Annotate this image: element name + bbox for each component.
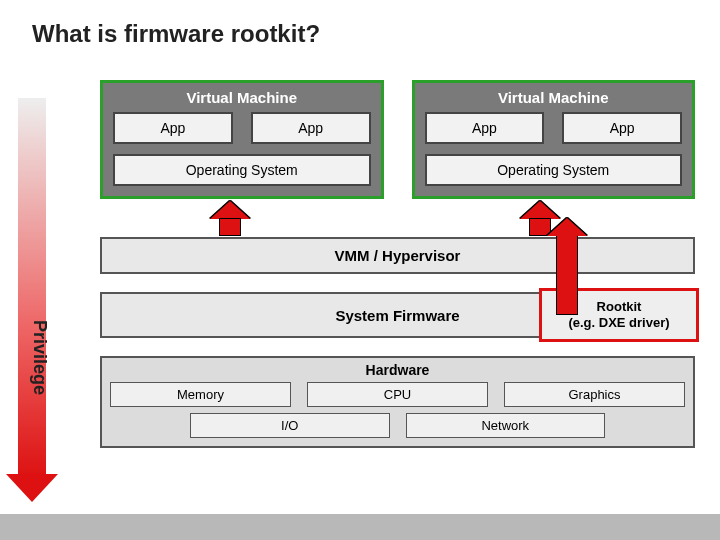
vm-heading: Virtual Machine — [425, 89, 683, 106]
hardware-heading: Hardware — [110, 362, 685, 378]
app-box: App — [113, 112, 233, 144]
hardware-row-2: I/O Network — [110, 413, 685, 438]
app-box: App — [562, 112, 682, 144]
rootkit-arrow-head-icon — [547, 218, 587, 236]
rootkit-arrow-body — [556, 235, 578, 315]
firmware-label: System Firmware — [335, 307, 459, 324]
vm-heading: Virtual Machine — [113, 89, 371, 106]
os-box: Operating System — [113, 154, 371, 186]
arrow-up-icon — [520, 201, 560, 219]
os-box: Operating System — [425, 154, 683, 186]
hw-graphics: Graphics — [504, 382, 685, 407]
hardware-row-1: Memory CPU Graphics — [110, 382, 685, 407]
hardware-layer: Hardware Memory CPU Graphics I/O Network — [100, 356, 695, 448]
arrow-row-top — [100, 199, 695, 237]
arrow-up-body — [219, 218, 241, 236]
slide-title: What is firmware rootkit? — [32, 20, 320, 48]
virtual-machine-left: Virtual Machine App App Operating System — [100, 80, 384, 199]
hw-memory: Memory — [110, 382, 291, 407]
app-row: App App — [113, 112, 371, 144]
architecture-diagram: Virtual Machine App App Operating System… — [100, 80, 695, 448]
hw-network: Network — [406, 413, 606, 438]
arrow-up-icon — [210, 201, 250, 219]
privilege-arrow-body — [18, 98, 46, 478]
app-box: App — [251, 112, 371, 144]
app-box: App — [425, 112, 545, 144]
firmware-layer: System Firmware Rootkit (e.g. DXE driver… — [100, 292, 695, 338]
hw-io: I/O — [190, 413, 390, 438]
virtual-machine-right: Virtual Machine App App Operating System — [412, 80, 696, 199]
vm-row: Virtual Machine App App Operating System… — [100, 80, 695, 199]
footer-bar — [0, 514, 720, 540]
privilege-axis-label: Privilege — [29, 320, 50, 395]
privilege-arrow-head-icon — [6, 474, 58, 502]
app-row: App App — [425, 112, 683, 144]
vmm-layer: VMM / Hypervisor — [100, 237, 695, 274]
rootkit-label-line2: (e.g. DXE driver) — [542, 315, 696, 331]
hw-cpu: CPU — [307, 382, 488, 407]
